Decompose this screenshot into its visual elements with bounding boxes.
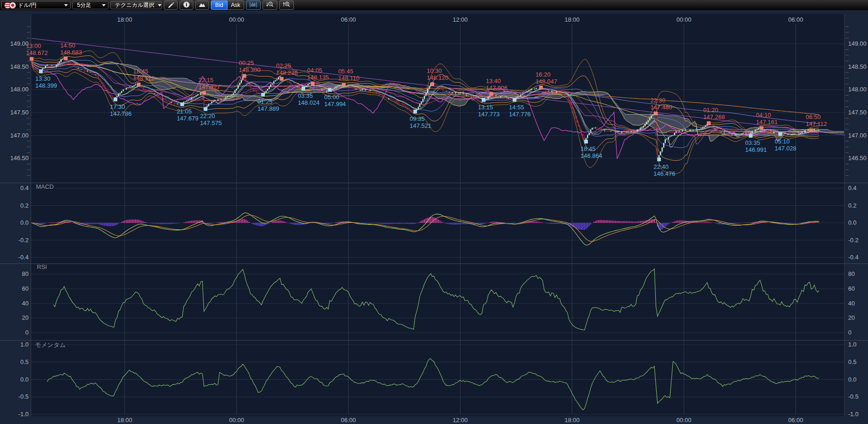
svg-text:0.0: 0.0 [848,219,856,226]
svg-text:01:25: 01:25 [257,98,273,105]
chevron-down-icon [158,4,162,6]
svg-text:148.047: 148.047 [535,78,557,85]
svg-text:40: 40 [848,300,855,307]
svg-text:20: 20 [22,314,29,321]
svg-text:22:15: 22:15 [198,77,214,84]
svg-text:10:30: 10:30 [427,67,442,74]
svg-text:147.776: 147.776 [509,111,531,118]
svg-text:20: 20 [848,314,855,321]
svg-text:22:30: 22:30 [650,97,665,104]
draw-tool-button[interactable] [164,0,178,10]
magnifier-minus-icon [266,1,274,10]
svg-text:147.161: 147.161 [756,119,778,125]
svg-text:17:30: 17:30 [110,103,125,110]
svg-text:18:00: 18:00 [117,417,132,424]
svg-text:146.50: 146.50 [848,155,867,161]
svg-text:00:25: 00:25 [239,60,254,66]
svg-text:04:10: 04:10 [756,112,771,119]
svg-text:05:10: 05:10 [775,138,790,145]
svg-text:0.4: 0.4 [848,185,856,191]
svg-text:06:00: 06:00 [788,16,803,23]
svg-text:18:00: 18:00 [564,16,580,23]
svg-text:04:05: 04:05 [307,67,323,74]
svg-text:148.50: 148.50 [848,63,867,70]
ask-button[interactable]: Ask [227,0,244,10]
svg-text:14:55: 14:55 [509,104,524,111]
svg-text:60: 60 [848,285,855,292]
info-button[interactable] [180,0,193,10]
svg-text:0: 0 [848,329,851,336]
svg-text:80: 80 [848,270,855,277]
svg-text:03:35: 03:35 [745,139,760,146]
svg-text:147.50: 147.50 [10,109,29,116]
svg-text:-1.0: -1.0 [848,411,858,418]
svg-text:16:20: 16:20 [535,71,551,78]
svg-text:0.5: 0.5 [20,358,29,365]
svg-text:147.00: 147.00 [10,132,29,139]
svg-text:-0.4: -0.4 [848,254,858,261]
svg-text:148.110: 148.110 [338,75,359,82]
svg-text:148.00: 148.00 [848,86,867,93]
currency-pair-flags-icon [4,2,16,9]
svg-text:148.672: 148.672 [26,49,48,56]
svg-text:0.2: 0.2 [20,202,29,209]
svg-text:148.120: 148.120 [427,74,449,81]
zoom-in-button[interactable] [279,0,294,10]
svg-text:80: 80 [22,270,29,277]
svg-text:147.679: 147.679 [177,115,198,122]
svg-text:-0.2: -0.2 [848,237,858,244]
svg-text:13:40: 13:40 [486,78,501,84]
svg-text:12:00: 12:00 [453,16,468,23]
technical-select-button[interactable]: テクニカル選択 [110,1,162,9]
svg-text:147.50: 147.50 [848,109,867,116]
svg-text:1.0: 1.0 [20,341,29,348]
svg-text:0.0: 0.0 [20,376,29,383]
price-chart[interactable]: 18:0018:0000:0000:0006:0006:0012:0012:00… [0,0,868,424]
svg-text:147.521: 147.521 [410,122,431,129]
svg-text:00:00: 00:00 [676,417,692,424]
svg-text:147.028: 147.028 [775,145,796,152]
svg-text:147.773: 147.773 [478,111,500,118]
svg-text:13:30: 13:30 [36,75,51,82]
svg-text:06:00: 06:00 [341,16,356,23]
svg-text:148.236: 148.236 [276,69,298,76]
svg-text:148.50: 148.50 [10,63,29,70]
svg-text:-1.0: -1.0 [18,411,29,418]
svg-text:22:20: 22:20 [200,113,215,119]
pair-select[interactable]: ドル/円 [1,1,71,9]
timeframe-select[interactable]: 5分足 [72,1,108,9]
svg-text:-0.4: -0.4 [18,254,29,261]
chart-style-button[interactable] [246,0,261,10]
chevron-down-icon [102,4,106,6]
bid-button[interactable]: Bid [211,0,227,10]
chart-display-button[interactable] [195,0,209,10]
svg-text:-0.5: -0.5 [848,393,858,400]
svg-text:01:20: 01:20 [703,107,718,113]
svg-text:06:00: 06:00 [341,417,356,424]
svg-text:09:35: 09:35 [410,115,425,122]
bid-ask-toggle: Bid Ask [211,0,244,10]
svg-text:148.00: 148.00 [10,86,29,93]
svg-text:148.112: 148.112 [133,75,155,82]
svg-text:14:50: 14:50 [60,42,75,49]
pencil-icon [167,1,174,10]
mountain-icon [198,1,206,10]
chevron-down-icon [64,4,68,6]
waveform-icon [249,1,257,10]
svg-text:-0.5: -0.5 [18,393,29,400]
svg-text:0.0: 0.0 [848,376,856,383]
svg-text:1.0: 1.0 [848,341,856,348]
svg-text:00:00: 00:00 [229,417,244,424]
svg-text:18:00: 18:00 [117,16,132,23]
svg-text:18:45: 18:45 [581,145,596,152]
svg-text:148.300: 148.300 [239,66,261,73]
svg-text:146.864: 146.864 [581,152,602,159]
svg-text:00:00: 00:00 [229,16,244,23]
svg-text:18:45: 18:45 [133,68,149,75]
info-icon [183,1,190,10]
svg-text:00:00: 00:00 [676,16,692,23]
svg-text:06:50: 06:50 [806,113,821,120]
zoom-out-button[interactable] [263,0,277,10]
svg-text:60: 60 [22,285,29,292]
svg-text:13:15: 13:15 [478,104,493,111]
